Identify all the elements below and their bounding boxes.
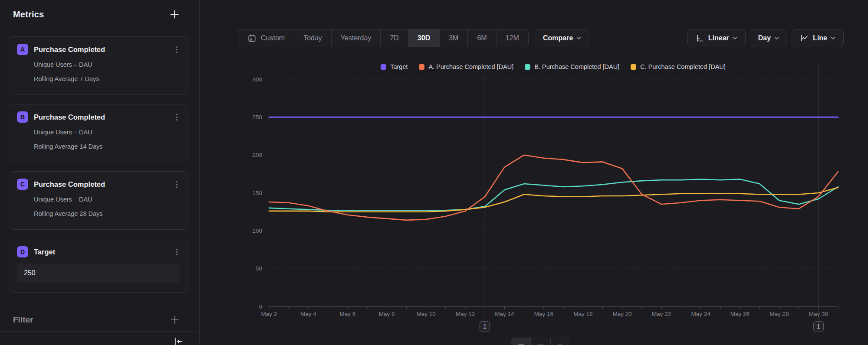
plus-icon <box>169 9 180 20</box>
metric-badge-d: D <box>17 246 28 257</box>
svg-text:May 10: May 10 <box>417 311 436 317</box>
table-view-button[interactable] <box>550 338 570 345</box>
svg-text:May 8: May 8 <box>379 311 395 317</box>
svg-text:50: 50 <box>256 265 262 272</box>
svg-text:150: 150 <box>252 190 262 196</box>
svg-text:May 22: May 22 <box>652 311 671 317</box>
metric-measure: Unique Users – DAU <box>17 196 180 203</box>
filter-section: Filter <box>13 315 180 325</box>
add-filter-button[interactable] <box>170 315 180 325</box>
metric-rolling-average: Rolling Average 7 Days <box>17 75 180 82</box>
svg-text:May 16: May 16 <box>534 311 553 317</box>
annotation-badge[interactable]: 1 <box>480 321 490 332</box>
plus-icon <box>170 315 180 325</box>
annotation-badge[interactable]: 1 <box>813 321 824 332</box>
svg-text:May 20: May 20 <box>613 311 632 317</box>
metric-card-c[interactable]: C Purchase Completed Unique Users – DAU … <box>9 171 188 230</box>
metric-measure: Unique Users – DAU <box>17 61 180 68</box>
svg-text:250: 250 <box>252 114 262 120</box>
chart-panel: Custom Today Yesterday 7D 30D 3M 6M 12M … <box>200 0 868 345</box>
target-title: Target <box>34 248 55 256</box>
chart-view-button[interactable] <box>511 338 530 345</box>
kebab-menu-icon[interactable] <box>174 247 180 257</box>
kebab-menu-icon[interactable] <box>174 112 180 122</box>
kebab-menu-icon[interactable] <box>174 45 180 55</box>
svg-text:May 18: May 18 <box>573 311 592 317</box>
sidebar: Metrics A Purchase Completed Unique User… <box>0 0 200 345</box>
svg-text:May 4: May 4 <box>300 311 316 317</box>
metric-title: Purchase Completed <box>34 180 105 189</box>
svg-text:0: 0 <box>259 303 262 310</box>
kebab-menu-icon[interactable] <box>174 179 180 189</box>
metric-measure: Unique Users – DAU <box>17 129 180 136</box>
metric-badge-a: A <box>17 44 28 55</box>
svg-text:May 28: May 28 <box>769 311 789 317</box>
collapse-sidebar-button[interactable] <box>173 336 184 345</box>
target-value-input[interactable] <box>17 264 180 283</box>
add-metric-button[interactable] <box>169 9 180 20</box>
svg-text:200: 200 <box>252 152 262 158</box>
breakdown-view-button[interactable] <box>530 338 550 345</box>
metric-card-b[interactable]: B Purchase Completed Unique Users – DAU … <box>9 104 188 162</box>
metric-rolling-average: Rolling Average 14 Days <box>17 143 180 150</box>
metric-card-a[interactable]: A Purchase Completed Unique Users – DAU … <box>9 36 188 94</box>
collapse-sidebar-icon <box>173 336 184 345</box>
svg-text:May 2: May 2 <box>261 311 277 317</box>
metric-title: Purchase Completed <box>34 113 105 121</box>
svg-text:May 24: May 24 <box>691 311 710 317</box>
svg-text:May 12: May 12 <box>456 311 475 317</box>
metric-badge-c: C <box>17 179 28 190</box>
metric-badge-b: B <box>17 111 28 123</box>
app-root: Metrics A Purchase Completed Unique User… <box>0 0 868 345</box>
svg-text:100: 100 <box>252 228 262 234</box>
sidebar-header: Metrics <box>13 9 180 20</box>
sidebar-divider <box>0 331 200 332</box>
svg-text:May 26: May 26 <box>730 311 750 317</box>
metric-title: Purchase Completed <box>34 46 105 54</box>
svg-text:May 6: May 6 <box>339 311 355 317</box>
metrics-title: Metrics <box>13 10 44 20</box>
metric-rolling-average: Rolling Average 28 Days <box>17 210 180 217</box>
svg-text:May 14: May 14 <box>495 311 514 317</box>
target-card[interactable]: D Target <box>9 239 188 293</box>
view-toggle <box>511 338 570 345</box>
svg-text:300: 300 <box>252 76 262 83</box>
filter-title: Filter <box>13 315 33 325</box>
svg-text:May 30: May 30 <box>809 311 828 317</box>
line-chart: 050100150200250300May 2May 4May 6May 8Ma… <box>200 0 868 345</box>
